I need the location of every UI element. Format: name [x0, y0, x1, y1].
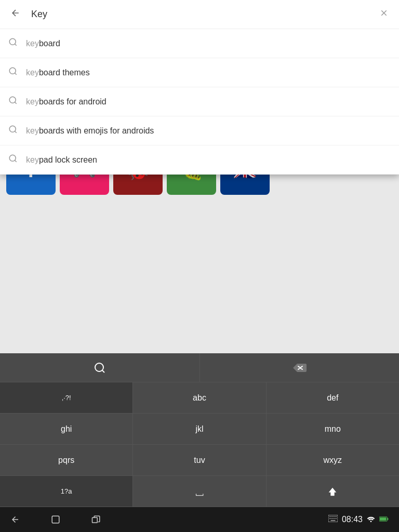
- keyboard-status-icon: [328, 515, 338, 524]
- suggestion-keyboards-android[interactable]: keyboards for android: [0, 87, 399, 116]
- suggestion-keyboard-themes[interactable]: keyboard themes: [0, 58, 399, 87]
- suggestion-text-4: keyboards with emojis for androids: [26, 126, 154, 136]
- svg-point-5: [95, 363, 103, 371]
- svg-rect-20: [387, 517, 388, 520]
- suggestion-keyboard[interactable]: keyboard: [0, 29, 399, 58]
- svg-rect-11: [334, 516, 335, 517]
- svg-point-18: [370, 521, 372, 522]
- svg-point-2: [9, 97, 16, 103]
- suggestion-search-icon-2: [8, 66, 18, 78]
- suggestion-search-icon-3: [8, 96, 18, 108]
- key-ghi[interactable]: ghi: [0, 414, 133, 444]
- key-def[interactable]: def: [267, 382, 399, 413]
- search-back-button[interactable]: [8, 6, 23, 23]
- key-jkl[interactable]: jkl: [133, 414, 266, 444]
- nav-back-button[interactable]: [10, 515, 20, 524]
- svg-point-3: [9, 126, 16, 132]
- keyboard-row-2: ghi jkl mno: [0, 414, 399, 445]
- svg-rect-13: [329, 518, 330, 519]
- keyboard-row-4: 1?a ⎵: [0, 476, 399, 507]
- svg-rect-15: [334, 518, 335, 519]
- search-overlay: Key keyboard keyboard themes: [0, 0, 399, 175]
- key-tuv[interactable]: tuv: [133, 445, 266, 475]
- search-clear-button[interactable]: [377, 6, 391, 22]
- suggestion-text-2: keyboard themes: [26, 68, 90, 77]
- key-wxyz[interactable]: wxyz: [267, 445, 399, 475]
- key-punctuation[interactable]: ,·?!: [0, 382, 133, 413]
- key-space[interactable]: ⎵: [133, 476, 266, 507]
- svg-point-1: [9, 68, 16, 74]
- keyboard-section: ,·?! abc def ghi jkl mno pqrs tuv wxyz 1…: [0, 353, 399, 507]
- status-bar-bottom: 08:43: [328, 515, 389, 524]
- suggestion-search-icon-4: [8, 125, 18, 137]
- wifi-icon: [367, 515, 375, 524]
- suggestion-text-3: keyboards for android: [26, 97, 107, 107]
- keyboard-rows: ,·?! abc def ghi jkl mno pqrs tuv wxyz 1…: [0, 382, 399, 507]
- system-navbar: 08:43: [0, 507, 399, 532]
- battery-icon: [379, 515, 389, 524]
- key-symbols[interactable]: 1?a: [0, 476, 133, 507]
- key-abc[interactable]: abc: [133, 382, 266, 413]
- key-mno[interactable]: mno: [267, 414, 399, 444]
- keyboard-row-1: ,·?! abc def: [0, 382, 399, 414]
- search-current-text: Key: [31, 9, 369, 20]
- suggestion-search-icon-5: [8, 154, 18, 166]
- svg-rect-21: [380, 517, 386, 520]
- svg-rect-10: [331, 516, 332, 517]
- svg-rect-14: [331, 518, 332, 519]
- svg-point-4: [9, 155, 16, 161]
- nav-recents-button[interactable]: [91, 515, 101, 524]
- search-input-area[interactable]: Key: [31, 9, 369, 20]
- svg-rect-16: [335, 518, 336, 519]
- svg-rect-9: [329, 516, 330, 517]
- keyboard-search-button[interactable]: [0, 353, 200, 382]
- svg-rect-17: [330, 520, 335, 521]
- keyboard-delete-button[interactable]: [200, 353, 400, 382]
- svg-rect-12: [335, 516, 336, 517]
- suggestion-keypad-lock[interactable]: keypad lock screen: [0, 145, 399, 175]
- key-shift[interactable]: [267, 476, 399, 507]
- suggestion-text-1: keyboard: [26, 39, 60, 48]
- keyboard-row-3: pqrs tuv wxyz: [0, 445, 399, 476]
- key-pqrs[interactable]: pqrs: [0, 445, 133, 475]
- time-display: 08:43: [342, 515, 363, 524]
- nav-buttons: [10, 515, 101, 524]
- svg-rect-7: [92, 517, 98, 523]
- suggestion-keyboards-emojis[interactable]: keyboards with emojis for androids: [0, 116, 399, 145]
- svg-rect-6: [52, 516, 59, 523]
- search-bar: Key: [0, 0, 399, 29]
- suggestion-text-5: keypad lock screen: [26, 155, 97, 165]
- keyboard-top-row: [0, 353, 399, 382]
- svg-point-0: [9, 38, 16, 45]
- suggestion-search-icon-1: [8, 37, 18, 49]
- nav-home-button[interactable]: [51, 515, 60, 524]
